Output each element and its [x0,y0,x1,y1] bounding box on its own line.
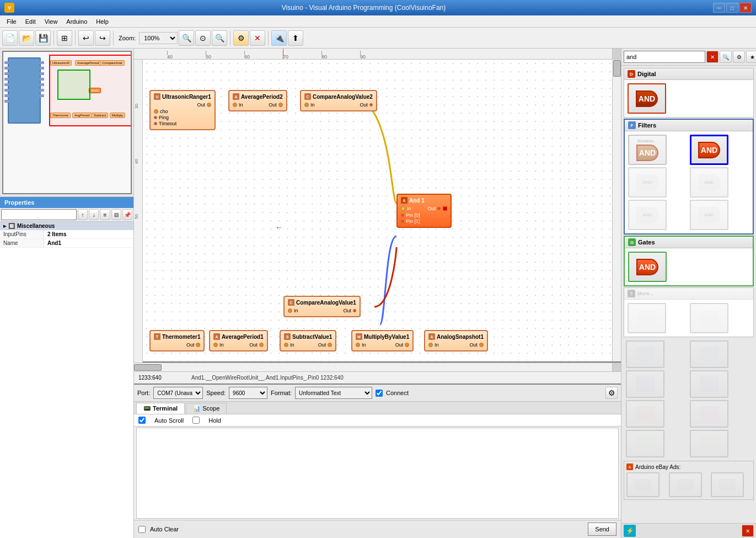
comp-and-digital[interactable]: AND [628,83,666,114]
port-avgperiod2-in[interactable]: In [233,102,243,108]
zoom-out-button[interactable]: 🔍 [212,30,227,46]
menu-edit[interactable]: Edit [21,17,40,26]
arduino-button[interactable]: 🔌 [271,30,287,46]
port-dot-avgperiod1-in[interactable] [213,343,218,347]
canvas-scroll-h[interactable] [134,363,621,371]
port-dot-avgperiod2-out[interactable] [278,103,283,107]
port-and1-out[interactable]: Out [427,206,447,211]
port-multiply-out[interactable]: Out [395,342,410,348]
port-ultrasonic-ping[interactable]: Ping [154,115,211,120]
search-button[interactable]: 🔍 [720,51,732,63]
node-compareanalog1[interactable]: C CompareAnalogValue1 In Out [283,296,361,317]
port-analogsnapshot-out[interactable]: Out [470,342,484,348]
node-ultrasonic[interactable]: U UltrasonicRanger1 Out cho Ping Timeout [149,90,216,130]
zoom-select[interactable]: 50% 75% 100% 125% 150% 200% [139,32,178,44]
port-analogsnapshot-in[interactable]: In [428,342,439,348]
port-avgperiod2-out[interactable]: Out [269,102,283,108]
canvas-scroll-v[interactable] [612,60,621,361]
port-subtract-in[interactable]: In [284,342,294,348]
minimize-button[interactable]: ─ [713,3,725,13]
search-filter-button[interactable]: ⚙ [733,51,745,63]
node-multiply[interactable]: M MultiplyByValue1 In Out [351,330,414,351]
search-bookmark-button[interactable]: ★ [746,51,756,63]
canvas[interactable]: U UltrasonicRanger1 Out cho Ping Timeout… [143,60,621,363]
port-dot-multiply-in[interactable] [356,343,360,347]
port-dot-and1-pin0[interactable] [401,214,404,217]
zoom-in-button[interactable]: 🔍 [179,30,194,46]
upload-button[interactable]: ⬆ [288,30,303,46]
connect-checkbox[interactable] [376,390,383,397]
node-analogsnapshot[interactable]: A AnalogSnapshot1 In Out [424,330,488,351]
port-dot-and1-in[interactable] [401,206,405,211]
port-dot-compareanalog1-out[interactable] [353,309,356,312]
grid-button[interactable]: ⊞ [57,30,72,46]
serial-output[interactable] [136,428,619,519]
save-button[interactable]: 💾 [35,30,51,46]
menu-help[interactable]: Help [92,17,113,26]
port-dot-analogsnapshot-in[interactable] [428,343,433,347]
port-dot-and1-pin1[interactable] [401,220,404,223]
tab-terminal[interactable]: 📟 Terminal [136,403,185,414]
open-button[interactable]: 📂 [19,30,34,46]
port-and1-in[interactable]: In [401,206,411,211]
port-dot-compareanalog2-out[interactable] [369,103,373,106]
port-dot-ultrasonic-out[interactable] [207,103,211,107]
port-dot-analogsnapshot-out[interactable] [479,343,484,347]
port-dot-subtract-out[interactable] [328,343,332,347]
compile-button[interactable]: ⚙ [233,30,249,46]
redo-button[interactable]: ↪ [95,30,110,46]
port-dot-avgperiod1-out[interactable] [259,343,264,347]
port-thermo-out[interactable]: Out [186,342,201,348]
port-dot-and1-out[interactable] [437,207,441,210]
port-compareanalog1-out[interactable]: Out [343,308,356,313]
port-dot-ping[interactable] [154,116,157,119]
new-button[interactable]: 📄 [2,30,18,46]
serial-settings-button[interactable]: ⚙ [605,387,618,399]
delete-button[interactable]: ✕ [250,30,265,46]
prop-btn-pin[interactable]: 📌 [122,209,132,220]
node-compareanalog2[interactable]: C CompareAnalogValue2 In Out [300,90,377,111]
properties-search[interactable] [1,209,77,220]
search-clear-button[interactable]: ✕ [706,51,719,63]
format-select[interactable]: Unformatted Text [295,387,372,399]
port-dot-timeout[interactable] [154,122,157,125]
port-dot-compareanalog2-in[interactable] [304,103,309,107]
arduino-icon[interactable]: ⚡ [624,525,636,537]
menu-view[interactable]: View [40,17,62,26]
node-avgperiod2[interactable]: A AveragePeriod2 In Out [228,90,287,111]
prop-btn-4[interactable]: ⊟ [111,209,121,220]
undo-button[interactable]: ↩ [78,30,94,46]
hold-checkbox[interactable] [192,417,200,424]
node-subtract[interactable]: S SubtractValue1 In Out [280,330,336,351]
port-ultrasonic-out[interactable]: Out [197,102,211,108]
scroll-thumb-v[interactable] [613,60,621,77]
scroll-thumb-h[interactable] [134,364,162,371]
port-compareanalog1-in[interactable]: In [288,308,298,313]
prop-btn-3[interactable]: ≡ [100,209,110,220]
port-avgperiod1-out[interactable]: Out [249,342,264,348]
port-compareanalog2-out[interactable]: Out [360,102,373,108]
port-and1-pin1[interactable]: Pin [1] [401,219,447,224]
panel-close-button[interactable]: ✕ [742,525,754,537]
port-multiply-in[interactable]: In [356,342,366,348]
port-dot-compareanalog1-in[interactable] [288,308,292,313]
port-ultrasonic-cho[interactable]: cho [154,109,211,114]
maximize-button[interactable]: □ [726,3,738,13]
node-and1[interactable]: A And 1 In Out Pin [0] Pin [1] [396,194,452,228]
tab-scope[interactable]: 📊 Scope [186,403,227,414]
port-dot-avgperiod2-in[interactable] [233,103,237,107]
port-subtract-out[interactable]: Out [318,342,333,348]
comp-and-filter[interactable]: AND [690,135,728,165]
comp-boolean-filter[interactable]: Boolean... AND [628,135,667,165]
port-dot-subtract-in[interactable] [284,343,288,347]
port-select[interactable]: COM7 (Unava [153,387,203,399]
port-ultrasonic-timeout[interactable]: Timeout [154,121,211,126]
port-dot-thermo-out[interactable] [196,343,200,347]
node-avgperiod1[interactable]: A AveragePeriod1 In Out [209,330,268,351]
port-compareanalog2-in[interactable]: In [304,102,315,108]
prop-value-inputpins[interactable]: 2 Items [44,230,133,238]
auto-scroll-checkbox[interactable] [138,417,146,424]
speed-select[interactable]: 9600 19200 38400 115200 [229,387,267,399]
port-and1-pin0[interactable]: Pin [0] [401,212,447,218]
zoom-fit-button[interactable]: ⊙ [195,30,211,46]
